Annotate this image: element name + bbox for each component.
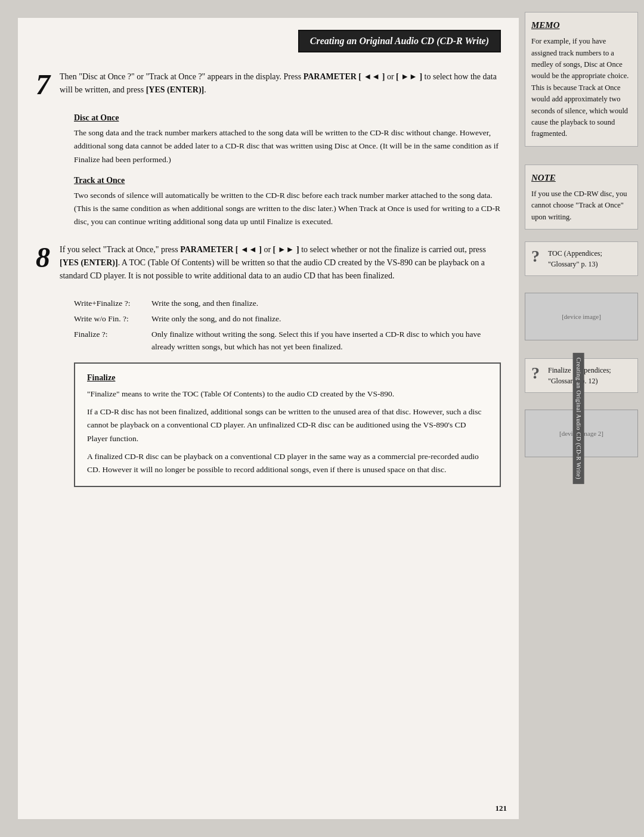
disc-at-once-section: Disc at Once The song data and the track… <box>74 113 501 166</box>
track-at-once-title: Track at Once <box>74 176 501 185</box>
page-title: Creating an Original Audio CD (CD-R Writ… <box>298 30 501 52</box>
ref1-question-icon: ? <box>531 248 543 265</box>
ref1-box: ? TOC (Appendices; "Glossary" p. 13) <box>525 241 638 276</box>
memo-title: MEMO <box>531 18 631 32</box>
write-finalize-only-label: Finalize ?: <box>74 328 151 353</box>
track-at-once-body: Two seconds of silence will automaticall… <box>74 189 501 229</box>
write-no-finalize-label: Write w/o Fin. ?: <box>74 313 151 325</box>
disc-at-once-title: Disc at Once <box>74 113 501 123</box>
write-finalize-label: Write+Finalize ?: <box>74 297 151 309</box>
finalize-para3: A finalized CD-R disc can be playback on… <box>87 450 488 477</box>
memo-body: For example, if you have assigned track … <box>531 36 631 140</box>
write-finalize-desc: Write the song, and then finalize. <box>151 297 501 309</box>
finalize-box: Finalize "Finalize" means to write the T… <box>74 362 501 488</box>
memo-box: MEMO For example, if you have assigned t… <box>525 12 638 147</box>
write-option-finalize: Write+Finalize ?: Write the song, and th… <box>74 297 501 309</box>
ref2-text: Finalize (Appendices; "Glossary" p. 12) <box>548 365 631 386</box>
write-no-finalize-desc: Write only the song, and do not finalize… <box>151 313 501 325</box>
step8-header: 8 If you select "Track at Once," press P… <box>36 243 501 289</box>
disc-at-once-body: The song data and the track number marke… <box>74 126 501 166</box>
write-option-finalize-only: Finalize ?: Only finalize without writin… <box>74 328 501 353</box>
step8-intro: If you select "Track at Once," press PAR… <box>60 243 501 283</box>
finalize-para2: If a CD-R disc has not been finalized, a… <box>87 405 488 445</box>
note-body: If you use the CD-RW disc, you cannot ch… <box>531 188 631 223</box>
ref2-question-icon: ? <box>531 365 543 382</box>
note-title: NOTE <box>531 171 631 185</box>
step8-block: 8 If you select "Track at Once," press P… <box>36 243 501 488</box>
step7-number: 7 <box>36 70 50 99</box>
step7-block: 7 Then "Disc at Once ?" or "Track at Onc… <box>36 70 501 229</box>
page-header: Creating an Original Audio CD (CD-R Writ… <box>36 30 501 52</box>
write-option-no-finalize: Write w/o Fin. ?: Write only the song, a… <box>74 313 501 325</box>
sidebar-tab: Creating an Original Audio CD (CD-R Writ… <box>572 353 584 484</box>
track-at-once-section: Track at Once Two seconds of silence wil… <box>74 176 501 229</box>
right-sidebar: MEMO For example, if you have assigned t… <box>519 0 644 837</box>
write-finalize-only-desc: Only finalize without writing the song. … <box>151 328 501 353</box>
note-box: NOTE If you use the CD-RW disc, you cann… <box>525 165 638 230</box>
step7-header: 7 Then "Disc at Once ?" or "Track at Onc… <box>36 70 501 105</box>
device-image-label: [device image] <box>562 313 601 320</box>
finalize-para1: "Finalize" means to write the TOC (Table… <box>87 388 488 401</box>
step8-body: Write+Finalize ?: Write the song, and th… <box>74 297 501 488</box>
step7-intro: Then "Disc at Once ?" or "Track at Once … <box>60 70 501 97</box>
ref1-text: TOC (Appendices; "Glossary" p. 13) <box>548 248 631 269</box>
write-options: Write+Finalize ?: Write the song, and th… <box>74 297 501 353</box>
finalize-title: Finalize <box>87 373 488 383</box>
step8-number: 8 <box>36 243 50 272</box>
page-number: 121 <box>496 804 507 813</box>
main-content: Creating an Original Audio CD (CD-R Writ… <box>18 18 519 819</box>
step7-body: Disc at Once The song data and the track… <box>74 113 501 229</box>
device-image: [device image] <box>525 293 638 340</box>
